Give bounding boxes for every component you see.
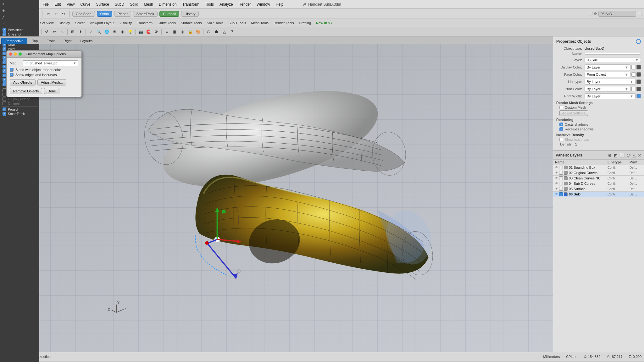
menu-window[interactable]: Window: [257, 2, 270, 7]
gumball-button[interactable]: Gumball: [159, 11, 179, 17]
snap-perpendicular-check[interactable]: [3, 65, 6, 69]
menu-surface[interactable]: Surface: [96, 2, 109, 7]
zoom-ext-icon[interactable]: ⤢: [87, 28, 94, 35]
snap-on-surface-check[interactable]: [3, 93, 6, 96]
layer-row-04[interactable]: 👁 04 Sub D Curves Conti... Def...: [553, 181, 644, 186]
help2-icon[interactable]: ?: [229, 28, 236, 35]
snap-point-check[interactable]: [3, 47, 6, 51]
select-icon[interactable]: ↖: [1, 1, 6, 7]
snap-smarttrack[interactable]: SmartTrack: [1, 112, 38, 116]
snap-tangent-check[interactable]: [3, 69, 6, 73]
tab-surface-tools[interactable]: Surface Tools: [181, 21, 202, 25]
layer-color2-06[interactable]: [564, 192, 568, 196]
print-width-dropdown[interactable]: By Layer ▼: [585, 93, 636, 99]
layer2-icon[interactable]: ≡: [163, 28, 170, 35]
transform2-icon[interactable]: ⟳: [153, 28, 160, 35]
material-icon[interactable]: ◉: [119, 28, 126, 35]
tab-render-tools[interactable]: Render Tools: [274, 21, 294, 25]
done-button[interactable]: Done: [44, 88, 59, 94]
layers-close[interactable]: ✕: [638, 153, 641, 158]
layers-icon-2[interactable]: ◩: [613, 153, 618, 158]
display-color-dropdown[interactable]: By Layer ▼: [585, 64, 630, 70]
snap-intersection-check[interactable]: [3, 60, 6, 64]
tab-curve-tools[interactable]: Curve Tools: [158, 21, 176, 25]
cut-icon[interactable]: ✂: [45, 10, 52, 17]
undo-icon[interactable]: ↩: [53, 10, 59, 17]
snap-center-check[interactable]: [3, 56, 6, 60]
menu-analyze[interactable]: Analyze: [219, 2, 233, 7]
snap-persistent[interactable]: Persistent: [1, 28, 38, 32]
color2-icon[interactable]: 🎨: [195, 28, 202, 35]
face-color-swatch[interactable]: [631, 72, 636, 77]
tab-subd-tools[interactable]: SubD Tools: [228, 21, 246, 25]
layer-vis-04[interactable]: 👁: [555, 182, 558, 185]
vp-tab-front[interactable]: Front: [42, 38, 59, 44]
layer-color-06[interactable]: [559, 192, 563, 196]
snap-project-check[interactable]: [3, 107, 6, 111]
mesh2-icon[interactable]: △: [221, 28, 228, 35]
layers-icon-3[interactable]: ⬜: [619, 153, 625, 158]
camera-icon[interactable]: 📷: [137, 28, 144, 35]
render-mesh-section-header[interactable]: Render Mesh Settings: [556, 101, 641, 105]
snap-midpoint-check[interactable]: [3, 52, 6, 55]
tab-display[interactable]: Display: [58, 21, 70, 25]
polyline2-icon[interactable]: ⟋: [1, 20, 6, 26]
view-icon[interactable]: 👁: [77, 28, 84, 35]
vp-tab-layouts[interactable]: Layouts...: [76, 38, 100, 44]
layer-color2-02[interactable]: [564, 171, 568, 175]
layer-vis-05[interactable]: 👁: [555, 187, 558, 191]
lock-icon[interactable]: 🔒: [187, 28, 194, 35]
point2-icon[interactable]: ⊕: [1, 8, 6, 13]
layers-icon-1[interactable]: ⊕: [608, 153, 612, 158]
layer-row-03[interactable]: 👁 03 Clean Curves NU... Conti... Def...: [553, 176, 644, 181]
layers-icon-4[interactable]: ◎: [627, 153, 630, 158]
edges-checkbox[interactable]: [10, 73, 14, 77]
name-value[interactable]: [585, 53, 641, 55]
zoom-in-icon[interactable]: 🔍: [95, 28, 102, 35]
menu-help[interactable]: Help: [276, 2, 284, 7]
tab-solid-tools[interactable]: Solid Tools: [207, 21, 223, 25]
tab-new-in-v7[interactable]: New in V7: [316, 21, 332, 25]
grid-icon[interactable]: ⊞: [69, 28, 76, 35]
map-value[interactable]: 📄 brushed_silver.jpg ▼: [23, 60, 78, 66]
layers-icon-5[interactable]: △: [632, 153, 636, 158]
adjust-settings-button[interactable]: Adjust Settings: [559, 110, 588, 116]
menu-tools[interactable]: Tools: [205, 2, 214, 7]
tab-viewport-layout[interactable]: Viewport Layout: [90, 21, 114, 25]
linetype-dropdown[interactable]: By Layer ▼: [585, 79, 636, 85]
snap-on-mesh[interactable]: On mesh: [1, 101, 38, 106]
menu-view[interactable]: View: [67, 2, 75, 7]
snap-on-mesh-check[interactable]: [3, 101, 6, 105]
layer-input[interactable]: 06 SuD: [598, 11, 636, 17]
subd-icon[interactable]: ⬡: [205, 28, 212, 35]
layer-dropdown[interactable]: 06 SuD ▼: [585, 57, 641, 63]
redo-icon[interactable]: ↪: [60, 10, 67, 17]
print-color-dropdown[interactable]: By Layer ▼: [585, 86, 630, 92]
snap-one-shot[interactable]: One shot: [1, 32, 38, 36]
solid2-icon[interactable]: ⬢: [213, 28, 220, 35]
face-color-dropdown[interactable]: From Object ▼: [585, 72, 630, 77]
layer-color-05[interactable]: [559, 187, 563, 191]
layer-vis-06[interactable]: 👁: [555, 192, 558, 196]
line2-icon[interactable]: ╱: [1, 14, 6, 19]
snap-knot-check[interactable]: [3, 78, 6, 82]
rotate-icon[interactable]: ↺: [43, 28, 50, 35]
dlg-max-btn[interactable]: [19, 52, 22, 56]
rendering-section-header[interactable]: Rendering: [556, 118, 641, 122]
snap-smarttrack-check[interactable]: [3, 112, 6, 116]
receives-shadows-check[interactable]: [559, 127, 563, 131]
history-button[interactable]: History: [181, 11, 199, 17]
snap-vertex-check[interactable]: [3, 82, 6, 86]
filter-icon[interactable]: ⛶: [589, 12, 592, 16]
scale-icon[interactable]: ⤡: [59, 28, 66, 35]
layer-vis-03[interactable]: 👁: [555, 176, 558, 180]
layer-vis-01[interactable]: 👁: [555, 166, 558, 169]
menu-mesh[interactable]: Mesh: [144, 2, 153, 7]
snap-on-polysurface-check[interactable]: [3, 97, 6, 101]
display-color-swatch[interactable]: [631, 65, 636, 69]
menu-curve[interactable]: Curve: [80, 2, 91, 7]
snap-project[interactable]: Project: [1, 107, 38, 112]
menu-dimension[interactable]: Dimension: [159, 2, 177, 7]
layer-vis-02[interactable]: 👁: [555, 171, 558, 175]
smart-track-button[interactable]: SmartTrack: [133, 11, 158, 17]
